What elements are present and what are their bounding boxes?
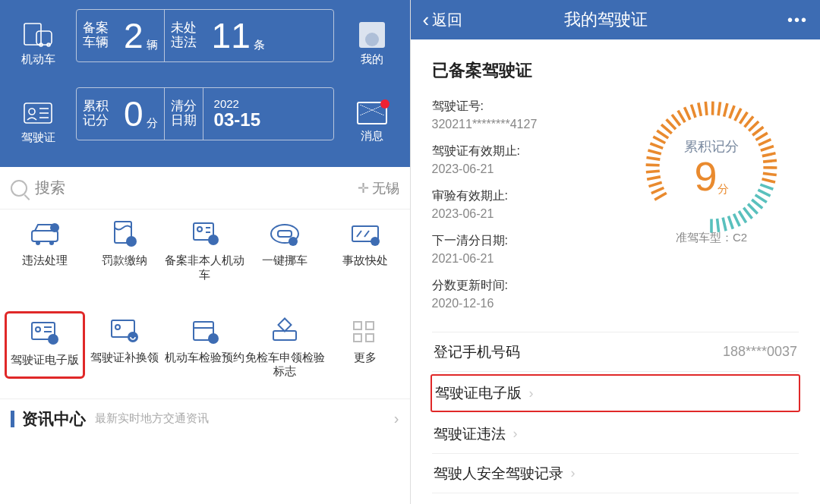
license-info-card[interactable]: 累积 记分 0分 清分 日期 2022 03-15: [76, 87, 334, 140]
list-safety-record[interactable]: 驾驶人安全驾驶记录›: [432, 454, 800, 493]
svg-rect-9: [32, 231, 58, 241]
nav-my-label: 我的: [361, 52, 383, 67]
list-key: 驾驶人安全驾驶记录: [434, 464, 563, 484]
accident-icon: [349, 220, 381, 247]
service-inspection[interactable]: 机动车检验预约: [165, 317, 245, 380]
city-selector[interactable]: 无锡: [358, 179, 399, 197]
nav-message[interactable]: 消息: [342, 87, 402, 158]
svg-rect-21: [278, 231, 292, 237]
notification-dot-icon: [380, 99, 390, 109]
svg-point-32: [128, 332, 138, 342]
nav-my[interactable]: 我的: [342, 9, 402, 80]
card1-seg1-label: 备案 车辆: [83, 21, 109, 49]
service-register[interactable]: 备案非本人机动车: [165, 220, 245, 282]
svg-point-31: [115, 325, 120, 329]
search-row[interactable]: 搜索 无锡: [0, 167, 410, 209]
service-label: 备案非本人机动车: [165, 254, 245, 282]
svg-rect-36: [279, 318, 292, 331]
chevron-right-icon: ›: [529, 386, 534, 402]
list-phone[interactable]: 登记手机号码188****0037: [432, 332, 800, 372]
detail-key: 驾驶证有效期止:: [432, 143, 625, 159]
move-car-icon: [269, 220, 301, 247]
card1-seg2-label: 未处 违法: [171, 21, 197, 49]
chevron-right-icon: ›: [394, 410, 399, 427]
svg-point-24: [371, 237, 380, 246]
service-fine[interactable]: 罚款缴纳: [85, 220, 166, 282]
list-value: 188****0037: [723, 344, 797, 360]
list-status: 证件状态正常: [432, 493, 800, 504]
news-center[interactable]: 资讯中心 最新实时地方交通资讯 ›: [0, 398, 410, 438]
card1-seg1-unit: 辆: [147, 38, 158, 52]
avatar-icon: [359, 22, 385, 48]
card2-date: 03-15: [214, 110, 260, 130]
detail-value: 2023-06-21: [432, 207, 625, 221]
card2-seg2-label: 清分 日期: [171, 99, 197, 128]
car-icon: [29, 220, 61, 247]
document-icon: [109, 220, 140, 247]
license-details: 驾驶证号:320211********4127 驾驶证有效期止:2023-06-…: [432, 99, 625, 310]
svg-rect-41: [366, 334, 374, 342]
service-label: 一键挪车: [262, 254, 308, 268]
svg-point-26: [36, 327, 40, 332]
svg-point-14: [126, 236, 137, 247]
list-violation[interactable]: 驾驶证违法›: [432, 414, 800, 454]
service-accident[interactable]: 事故快处: [325, 220, 405, 282]
card2-seg1-label: 累积 记分: [83, 99, 109, 128]
search-icon: [11, 180, 27, 197]
news-title: 资讯中心: [22, 408, 86, 430]
svg-rect-0: [24, 24, 41, 45]
gauge-value: 9: [694, 156, 717, 197]
service-grid: 违法处理 罚款缴纳 备案非本人机动车 一键挪车 事故快处 驾驶证电子版 驾驶证补…: [0, 209, 410, 382]
service-more[interactable]: 更多: [325, 317, 405, 380]
more-icon: [349, 317, 381, 345]
service-label: 驾驶证电子版: [11, 353, 79, 367]
card1-seg2-unit: 条: [254, 38, 265, 52]
service-violation[interactable]: 违法处理: [5, 220, 85, 282]
calendar-icon: [189, 317, 221, 345]
detail-key: 驾驶证号:: [432, 99, 625, 115]
list-key: 登记手机号码: [434, 342, 520, 362]
svg-point-12: [50, 223, 59, 232]
detail-value: 320211********4127: [432, 118, 625, 131]
id-card-icon: [189, 220, 221, 247]
vehicle-info-card[interactable]: 备案 车辆 2辆 未处 违法 11条: [76, 9, 334, 62]
chevron-right-icon: ›: [513, 426, 518, 442]
points-gauge: 累积记分 9分: [643, 99, 780, 235]
svg-point-5: [29, 109, 35, 115]
nav-vehicle[interactable]: 机动车: [8, 9, 68, 80]
card1-seg2-value: 11: [209, 18, 254, 53]
detail-key: 分数更新时间:: [432, 278, 625, 294]
e-license-icon: [29, 320, 61, 347]
more-menu-icon[interactable]: •••: [787, 11, 808, 29]
list-e-license[interactable]: 驾驶证电子版›: [430, 374, 801, 412]
service-label: 驾驶证补换领: [90, 351, 159, 365]
nav-license[interactable]: 驾驶证: [8, 87, 68, 158]
nav-message-label: 消息: [361, 129, 383, 143]
card1-seg1-value: 2: [121, 18, 147, 53]
service-move-car[interactable]: 一键挪车: [245, 220, 326, 282]
service-e-license[interactable]: 驾驶证电子版: [5, 311, 85, 380]
replace-icon: [109, 317, 140, 345]
service-label: 更多: [354, 351, 377, 365]
service-label: 罚款缴纳: [102, 254, 147, 268]
detail-value: 2023-06-21: [432, 162, 625, 176]
svg-rect-38: [354, 322, 361, 329]
section-title: 已备案驾驶证: [432, 59, 800, 82]
svg-point-29: [48, 334, 58, 345]
service-exempt[interactable]: 免检车申领检验标志: [245, 317, 326, 380]
svg-point-10: [36, 241, 40, 245]
svg-point-35: [208, 333, 219, 344]
card2-year: 2022: [214, 98, 260, 111]
detail-value: 2020-12-16: [432, 297, 625, 310]
envelope-icon: [357, 102, 387, 124]
svg-point-11: [49, 241, 54, 245]
service-label: 机动车检验预约: [165, 351, 244, 365]
service-label: 违法处理: [22, 254, 68, 268]
news-subtitle: 最新实时地方交通资讯: [95, 411, 209, 426]
nav-vehicle-label: 机动车: [21, 52, 55, 67]
svg-rect-39: [366, 322, 374, 329]
svg-rect-1: [36, 31, 52, 45]
page-title: 我的驾驶证: [424, 8, 787, 31]
card2-seg1-unit: 分: [147, 116, 158, 131]
service-replace-license[interactable]: 驾驶证补换领: [85, 317, 166, 380]
